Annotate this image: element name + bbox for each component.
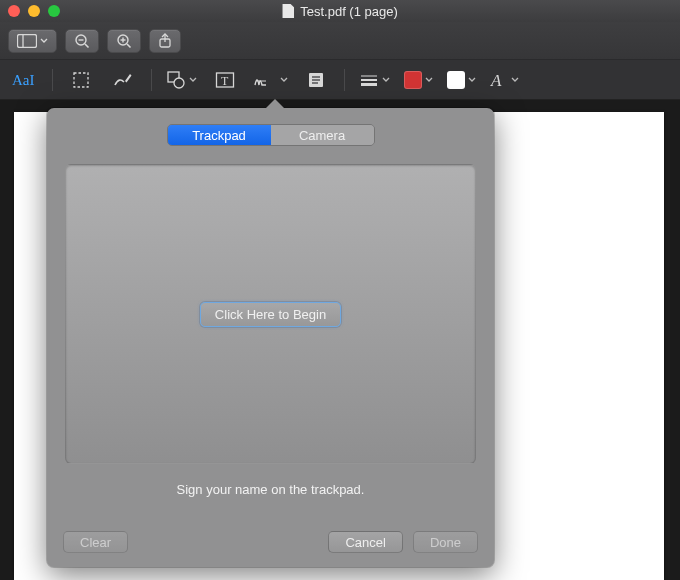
svg-line-6	[127, 44, 131, 48]
clear-button[interactable]: Clear	[63, 531, 128, 553]
popover-button-row: Clear Cancel Done	[63, 531, 478, 553]
zoom-out-button[interactable]	[65, 29, 99, 53]
sketch-tool-button[interactable]	[109, 66, 137, 94]
svg-point-14	[174, 78, 184, 88]
view-mode-button[interactable]	[8, 29, 57, 53]
share-button[interactable]	[149, 29, 181, 53]
separator	[151, 69, 152, 91]
border-color-swatch	[404, 71, 422, 89]
svg-rect-12	[74, 73, 88, 87]
title-group: Test.pdf (1 page)	[282, 4, 398, 19]
note-button[interactable]	[302, 66, 330, 94]
svg-text:T: T	[221, 74, 229, 88]
svg-text:A: A	[490, 71, 502, 89]
separator	[52, 69, 53, 91]
instruction-text: Sign your name on the trackpad.	[47, 482, 494, 497]
tab-camera[interactable]: Camera	[271, 125, 374, 145]
border-color-button[interactable]	[404, 66, 433, 94]
window-title: Test.pdf (1 page)	[300, 4, 398, 19]
tab-trackpad[interactable]: Trackpad	[168, 125, 271, 145]
shapes-button[interactable]	[166, 66, 197, 94]
selection-tool-button[interactable]	[67, 66, 95, 94]
markup-toolbar: AaI T	[0, 60, 680, 100]
svg-line-3	[85, 44, 89, 48]
signature-source-tabs: Trackpad Camera	[167, 124, 375, 146]
zoom-window-button[interactable]	[48, 5, 60, 17]
window-titlebar: Test.pdf (1 page)	[0, 0, 680, 22]
window-controls	[8, 5, 60, 17]
close-window-button[interactable]	[8, 5, 20, 17]
zoom-in-button[interactable]	[107, 29, 141, 53]
text-tool-button[interactable]: AaI	[10, 66, 38, 94]
text-box-button[interactable]: T	[211, 66, 239, 94]
click-to-begin-button[interactable]: Click Here to Begin	[200, 302, 341, 327]
cancel-button[interactable]: Cancel	[328, 531, 402, 553]
done-button[interactable]: Done	[413, 531, 478, 553]
minimize-window-button[interactable]	[28, 5, 40, 17]
text-style-button[interactable]: A	[490, 66, 519, 94]
border-style-button[interactable]	[359, 66, 390, 94]
signature-popover: Trackpad Camera Click Here to Begin Sign…	[47, 108, 494, 567]
svg-rect-0	[18, 34, 37, 47]
svg-text:AaI: AaI	[12, 72, 35, 88]
signature-button[interactable]	[253, 66, 288, 94]
document-icon	[282, 4, 294, 18]
fill-color-button[interactable]	[447, 66, 476, 94]
separator	[344, 69, 345, 91]
fill-color-swatch	[447, 71, 465, 89]
signature-canvas[interactable]: Click Here to Begin	[65, 164, 476, 464]
main-toolbar	[0, 22, 680, 60]
